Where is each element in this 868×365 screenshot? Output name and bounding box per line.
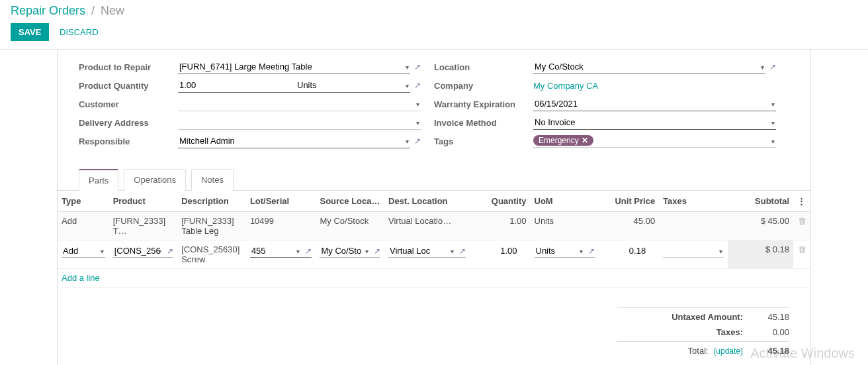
action-bar: SAVE DISCARD	[0, 21, 868, 50]
product-quantity-input[interactable]	[178, 78, 296, 93]
responsible-label: Responsible	[79, 136, 178, 146]
product-to-repair-label: Product to Repair	[79, 62, 178, 72]
invoice-method-label: Invoice Method	[434, 118, 533, 128]
product-quantity-label: Product Quantity	[79, 81, 178, 91]
breadcrumb-current: New	[101, 4, 124, 17]
total-value: 45.18	[743, 346, 789, 356]
cell-uom-input[interactable]	[535, 244, 595, 258]
invoice-method-input[interactable]	[533, 115, 776, 130]
table-row[interactable]: Add [FURN_2333] T… [FURN_2333] Table Leg…	[58, 212, 810, 240]
cell-src: My Co/Stock	[316, 212, 384, 240]
cell-tax-input[interactable]	[663, 244, 724, 258]
responsible-input[interactable]	[178, 134, 410, 148]
cell-product-input[interactable]	[113, 244, 174, 258]
col-type[interactable]: Type	[58, 191, 109, 212]
col-uom[interactable]: UoM	[531, 191, 599, 212]
delivery-address-label: Delivery Address	[79, 118, 178, 128]
update-link[interactable]: (update)	[713, 346, 743, 356]
product-to-repair-input[interactable]	[178, 60, 410, 74]
location-label: Location	[434, 62, 533, 72]
external-link-icon[interactable]: ↗	[414, 62, 421, 72]
untaxed-label: Untaxed Amount:	[617, 312, 743, 322]
col-subtotal[interactable]: Subtotal	[728, 191, 793, 212]
tabs: Parts Operations Notes	[79, 169, 789, 191]
untaxed-value: 45.18	[743, 312, 789, 322]
cell-sub: $ 45.00	[728, 212, 793, 240]
col-product[interactable]: Product	[109, 191, 178, 212]
table-row[interactable]: ▾ ▾↗ [CONS_25630] Screw ▾↗ ▾↗ ▾↗ ▾↗ ▾ $ …	[58, 240, 810, 269]
cell-price-input[interactable]	[603, 244, 655, 257]
tag-emergency[interactable]: Emergency✕	[533, 135, 593, 146]
totals: Untaxed Amount: 45.18 Taxes: 0.00 Total:…	[617, 307, 789, 358]
breadcrumb-separator: /	[91, 4, 95, 17]
tab-notes[interactable]: Notes	[191, 169, 234, 191]
cell-src-input[interactable]	[320, 244, 380, 258]
total-label: Total:	[688, 346, 709, 356]
taxes-value: 0.00	[743, 327, 789, 337]
col-price[interactable]: Unit Price	[599, 191, 659, 212]
warranty-input[interactable]	[533, 97, 776, 111]
form-left-column: Product to Repair ▾ ↗ Product Quantity ▾	[79, 58, 434, 150]
tab-parts[interactable]: Parts	[79, 169, 118, 191]
breadcrumb-root[interactable]: Repair Orders	[11, 4, 85, 17]
taxes-label: Taxes:	[617, 327, 743, 337]
cell-type-input[interactable]	[62, 244, 105, 258]
company-link[interactable]: My Company CA	[533, 81, 598, 91]
tab-pane-parts: Type Product Description Lot/Serial Sour…	[58, 190, 810, 287]
external-link-icon[interactable]: ↗	[459, 246, 466, 256]
trash-icon[interactable]: 🗑	[798, 244, 806, 254]
cell-dest-input[interactable]	[388, 244, 466, 258]
cell-tax	[659, 212, 728, 240]
external-link-icon[interactable]: ↗	[167, 246, 173, 256]
cell-sub: $ 0.18	[728, 240, 793, 269]
external-link-icon[interactable]: ↗	[414, 81, 421, 90]
company-label: Company	[434, 81, 533, 91]
customer-input[interactable]	[178, 97, 421, 111]
delivery-address-input[interactable]	[178, 115, 421, 130]
cell-qty: 1.00	[470, 212, 530, 240]
external-link-icon[interactable]: ↗	[588, 246, 595, 256]
customer-label: Customer	[79, 99, 178, 109]
col-quantity[interactable]: Quantity	[470, 191, 530, 212]
cell-qty-input[interactable]	[474, 244, 526, 257]
add-line-row: Add a line	[58, 269, 810, 287]
cell-uom: Units	[531, 212, 599, 240]
warranty-label: Warranty Expiration	[434, 99, 533, 109]
parts-table: Type Product Description Lot/Serial Sour…	[58, 191, 810, 287]
external-link-icon[interactable]: ↗	[769, 62, 776, 72]
col-description[interactable]: Description	[177, 191, 246, 212]
save-button[interactable]: SAVE	[11, 23, 49, 41]
product-uom-input[interactable]	[296, 78, 410, 93]
cell-type: Add	[58, 212, 109, 240]
col-dest[interactable]: Dest. Location	[384, 191, 470, 212]
cell-description: [FURN_2333] Table Leg	[177, 212, 246, 240]
cell-lot: 10499	[246, 212, 316, 240]
external-link-icon[interactable]: ↗	[374, 246, 380, 256]
add-line-link[interactable]: Add a line	[62, 273, 100, 283]
cell-description[interactable]: [CONS_25630] Screw	[177, 240, 246, 269]
cell-product: [FURN_2333] T…	[109, 212, 178, 240]
external-link-icon[interactable]: ↗	[414, 136, 421, 146]
form-right-column: Location ▾ ↗ Company My Company CA Warra…	[434, 58, 789, 150]
breadcrumb: Repair Orders / New	[0, 0, 868, 21]
location-input[interactable]	[533, 60, 765, 74]
tag-remove-icon[interactable]: ✕	[582, 136, 588, 145]
discard-button[interactable]: DISCARD	[52, 23, 107, 41]
cell-dest: Virtual Locatio…	[384, 212, 470, 240]
col-options[interactable]: ⋮	[793, 191, 810, 212]
form-sheet: Product to Repair ▾ ↗ Product Quantity ▾	[57, 50, 811, 365]
col-source[interactable]: Source Loca…	[316, 191, 384, 212]
cell-price: 45.00	[599, 212, 659, 240]
tab-operations[interactable]: Operations	[124, 169, 186, 191]
chevron-down-icon: ▾	[771, 137, 775, 144]
external-link-icon[interactable]: ↗	[305, 246, 312, 256]
col-lot[interactable]: Lot/Serial	[246, 191, 316, 212]
trash-icon[interactable]: 🗑	[798, 216, 806, 226]
tags-label: Tags	[434, 136, 533, 146]
cell-lot-input[interactable]	[250, 244, 312, 258]
col-taxes[interactable]: Taxes	[659, 191, 728, 212]
